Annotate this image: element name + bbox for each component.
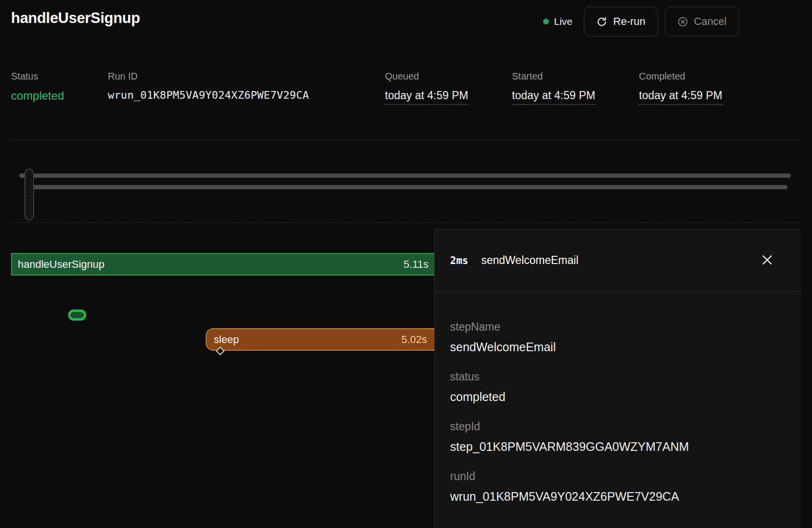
live-indicator[interactable]: Live <box>543 16 573 27</box>
brush-handle[interactable] <box>24 169 34 220</box>
meta-queued: Queued today at 4:59 PM <box>385 71 468 105</box>
rerun-button[interactable]: Re-run <box>584 7 658 36</box>
bar-label: sleep <box>214 333 239 346</box>
panel-fields: stepName sendWelcomeEmail status complet… <box>435 292 801 504</box>
started-time-value[interactable]: today at 4:59 PM <box>512 89 595 105</box>
meta-label: Status <box>11 71 64 82</box>
minimap-span-bar-sleep[interactable] <box>29 185 788 189</box>
meta-label: Queued <box>385 71 468 82</box>
bar-label: handleUserSignup <box>18 258 104 271</box>
gantt-bar-handleUserSignup[interactable]: handleUserSignup 5.11s <box>11 253 434 275</box>
field-stepId: stepId step_01K8PM5VARM839GGA0WZYM7ANM <box>450 420 786 454</box>
bar-duration: 5.02s <box>401 333 427 346</box>
step-detail-panel: 2ms sendWelcomeEmail stepName sendWelcom… <box>434 229 801 528</box>
meta-started: Started today at 4:59 PM <box>512 71 595 105</box>
rerun-label: Re-run <box>613 15 645 28</box>
live-dot-icon <box>543 19 549 24</box>
field-status: status completed <box>450 370 786 404</box>
field-runId: runId wrun_01K8PM5VA9Y024XZ6PWE7V29CA <box>450 470 786 504</box>
minimap-bottom-border <box>11 222 801 223</box>
field-value: completed <box>450 390 786 404</box>
meta-label: Completed <box>639 71 722 82</box>
field-label: status <box>450 370 786 383</box>
meta-status: Status completed <box>11 71 64 103</box>
cancel-button[interactable]: Cancel <box>665 7 739 36</box>
cancel-circle-icon <box>677 16 688 27</box>
queued-time-value[interactable]: today at 4:59 PM <box>385 89 468 105</box>
page-title: handleUserSignup <box>11 10 140 27</box>
run-id-value: wrun_01K8PM5VA9Y024XZ6PWE7V29CA <box>108 89 309 101</box>
gantt-bar-sleep[interactable]: sleep 5.02s <box>206 328 434 351</box>
close-button[interactable] <box>757 250 777 271</box>
completed-time-value[interactable]: today at 4:59 PM <box>639 89 722 105</box>
bar-duration: 5.11s <box>404 258 429 271</box>
meta-run-id: Run ID wrun_01K8PM5VA9Y024XZ6PWE7V29CA <box>108 71 309 101</box>
step-marker-pill-sendWelcomeEmail[interactable] <box>68 310 86 321</box>
run-status-value: completed <box>11 89 64 103</box>
refresh-icon <box>596 16 607 27</box>
field-value: sendWelcomeEmail <box>450 340 786 354</box>
meta-completed: Completed today at 4:59 PM <box>639 71 722 105</box>
meta-label: Started <box>512 71 595 82</box>
cancel-label: Cancel <box>694 15 727 28</box>
panel-step-title: sendWelcomeEmail <box>481 254 579 267</box>
panel-step-duration: 2ms <box>450 255 468 266</box>
meta-label: Run ID <box>108 71 309 82</box>
section-divider <box>11 140 801 140</box>
field-value: step_01K8PM5VARM839GGA0WZYM7ANM <box>450 440 786 454</box>
field-label: stepId <box>450 420 786 433</box>
field-stepName: stepName sendWelcomeEmail <box>450 321 786 354</box>
panel-header: 2ms sendWelcomeEmail <box>435 230 801 292</box>
field-label: runId <box>450 470 786 483</box>
field-label: stepName <box>450 321 786 333</box>
close-icon <box>760 261 774 268</box>
header-controls: Live Re-run Cancel <box>543 7 739 36</box>
live-label: Live <box>554 16 573 27</box>
field-value: wrun_01K8PM5VA9Y024XZ6PWE7V29CA <box>450 490 786 504</box>
minimap-span-bar-root[interactable] <box>19 173 791 178</box>
